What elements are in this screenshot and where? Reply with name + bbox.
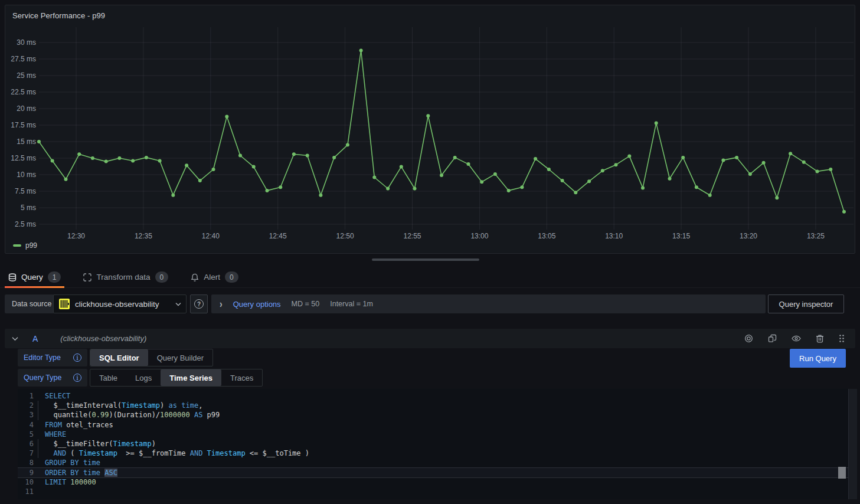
info-icon[interactable]: i (73, 374, 81, 382)
query-datasource-hint: (clickhouse-observability) (60, 334, 146, 343)
chevron-down-icon (175, 302, 181, 306)
tab-transform-data[interactable]: Transform data 0 (80, 267, 172, 287)
code-line-4[interactable]: 4FROM otel_traces (18, 420, 848, 430)
legend-label: p99 (25, 241, 37, 250)
code-line-6[interactable]: 6 $__timeFilter(Timestamp) (18, 439, 848, 449)
run-query-button[interactable]: Run Query (790, 349, 846, 368)
line-number: 8 (18, 458, 34, 467)
svg-text:12.5 ms: 12.5 ms (11, 154, 36, 162)
svg-text:10 ms: 10 ms (17, 171, 36, 179)
query-inspector-button[interactable]: Query inspector (768, 294, 844, 313)
query-type-option-time-series[interactable]: Time Series (161, 369, 221, 386)
timeseries-chart[interactable]: 30 ms27.5 ms25 ms22.5 ms20 ms17.5 ms15 m… (5, 5, 855, 253)
collapse-chevron-icon[interactable] (12, 336, 18, 341)
editor-type-option-sql-editor[interactable]: SQL Editor (90, 349, 148, 366)
line-number: 9 (18, 468, 34, 477)
code-line-3[interactable]: 3 quantile(0.99)(Duration)/1000000 AS p9… (18, 410, 848, 420)
editor-type-row: Editor Type i SQL Editor Query Builder (18, 349, 213, 366)
tab-transform-label: Transform data (96, 273, 150, 282)
sql-code-editor[interactable]: 1SELECT2 $__timeInterval(Timestamp) as t… (18, 389, 857, 499)
line-number: 6 (18, 439, 34, 449)
query-type-row: Query Type i Table Logs Time Series Trac… (18, 369, 263, 387)
tab-transform-count-badge: 0 (155, 271, 169, 283)
query-row-header[interactable]: A (clickhouse-observability) (5, 329, 855, 348)
code-line-2[interactable]: 2 $__timeInterval(Timestamp) as time, (18, 401, 848, 410)
svg-text:25 ms: 25 ms (17, 71, 36, 80)
query-type-option-table[interactable]: Table (90, 369, 126, 386)
line-content (34, 487, 848, 496)
svg-text:20 ms: 20 ms (17, 104, 36, 113)
editor-scrollbar-track[interactable] (848, 389, 857, 499)
line-content: ORDER BY time ASC (34, 468, 848, 477)
svg-text:13:00: 13:00 (470, 232, 488, 240)
code-line-5[interactable]: 5WHERE (18, 430, 848, 439)
line-content: SELECT (34, 391, 848, 401)
line-content: AND ( Timestamp >= $__fromTime AND Times… (34, 449, 848, 458)
svg-text:15 ms: 15 ms (17, 138, 36, 146)
svg-text:12:55: 12:55 (403, 232, 421, 240)
line-content: $__timeInterval(Timestamp) as time, (34, 401, 848, 410)
svg-text:2.5 ms: 2.5 ms (15, 220, 36, 228)
hide-response-icon[interactable] (792, 335, 801, 342)
line-content: GROUP BY time (34, 458, 848, 467)
tab-query[interactable]: Query 1 (5, 267, 64, 287)
editor-type-option-query-builder[interactable]: Query Builder (148, 349, 212, 366)
datasource-label: Data source (5, 294, 58, 313)
svg-text:17.5 ms: 17.5 ms (11, 121, 36, 129)
query-ref-id: A (32, 334, 38, 343)
line-content: FROM otel_traces (34, 420, 848, 430)
line-number: 7 (18, 449, 34, 458)
duplicate-query-icon[interactable] (768, 334, 777, 343)
editor-scrollbar-thumb[interactable] (838, 467, 846, 479)
code-line-11[interactable]: 11 (18, 487, 848, 496)
code-line-1[interactable]: 1SELECT (18, 391, 848, 401)
svg-text:13:05: 13:05 (538, 232, 555, 240)
svg-text:12:30: 12:30 (67, 232, 85, 240)
svg-text:13:10: 13:10 (605, 232, 623, 240)
line-number: 3 (18, 410, 34, 420)
query-options-bar[interactable]: › Query options MD = 50 Interval = 1m (211, 294, 766, 313)
tab-query-count-badge: 1 (48, 271, 61, 283)
legend-item-p99[interactable]: p99 (13, 241, 37, 250)
svg-text:22.5 ms: 22.5 ms (11, 88, 36, 96)
datasource-help-button[interactable]: ? (190, 294, 208, 313)
datasource-picker[interactable]: clickhouse-observability (53, 294, 187, 313)
info-icon[interactable]: i (73, 354, 81, 362)
panel-horizontal-scrollbar[interactable] (372, 258, 479, 261)
legend-swatch (13, 244, 21, 247)
line-content: $__timeFilter(Timestamp) (34, 439, 848, 449)
code-line-8[interactable]: 8GROUP BY time (18, 458, 848, 467)
code-line-7[interactable]: 7 AND ( Timestamp >= $__fromTime AND Tim… (18, 449, 848, 458)
line-content: LIMIT 100000 (34, 477, 848, 487)
disable-query-icon[interactable] (744, 334, 753, 343)
clickhouse-logo-icon (58, 298, 70, 310)
line-content: WHERE (34, 430, 848, 439)
datasource-row: Data source clickhouse-observability ? ›… (0, 294, 860, 313)
code-line-10[interactable]: 10LIMIT 100000 (18, 477, 848, 487)
svg-text:12:45: 12:45 (269, 232, 287, 240)
chevron-right-icon: › (220, 299, 223, 309)
svg-text:12:35: 12:35 (135, 232, 152, 240)
query-actions (744, 334, 848, 343)
query-type-option-traces[interactable]: Traces (221, 369, 262, 386)
tab-alert-label: Alert (204, 273, 220, 282)
panel-title[interactable]: Service Performance - p99 (12, 11, 105, 20)
svg-text:7.5 ms: 7.5 ms (15, 187, 36, 195)
svg-text:13:15: 13:15 (672, 232, 690, 240)
sql-code-lines: 1SELECT2 $__timeInterval(Timestamp) as t… (18, 391, 848, 496)
svg-text:13:20: 13:20 (740, 232, 757, 240)
svg-text:27.5 ms: 27.5 ms (11, 55, 36, 63)
svg-text:12:40: 12:40 (202, 232, 220, 240)
svg-text:13:25: 13:25 (807, 232, 825, 240)
interval-value: Interval = 1m (330, 300, 373, 308)
query-type-option-logs[interactable]: Logs (126, 369, 161, 386)
tab-query-label: Query (21, 273, 43, 282)
code-line-9[interactable]: 9ORDER BY time ASC (18, 468, 848, 477)
query-options-link[interactable]: Query options (233, 300, 281, 309)
drag-handle-icon[interactable] (839, 334, 845, 343)
editor-type-label: Editor Type i (18, 349, 87, 366)
line-number: 1 (18, 391, 34, 401)
remove-query-icon[interactable] (816, 334, 824, 343)
tab-alert[interactable]: Alert 0 (187, 267, 241, 287)
question-circle-icon: ? (194, 299, 204, 309)
